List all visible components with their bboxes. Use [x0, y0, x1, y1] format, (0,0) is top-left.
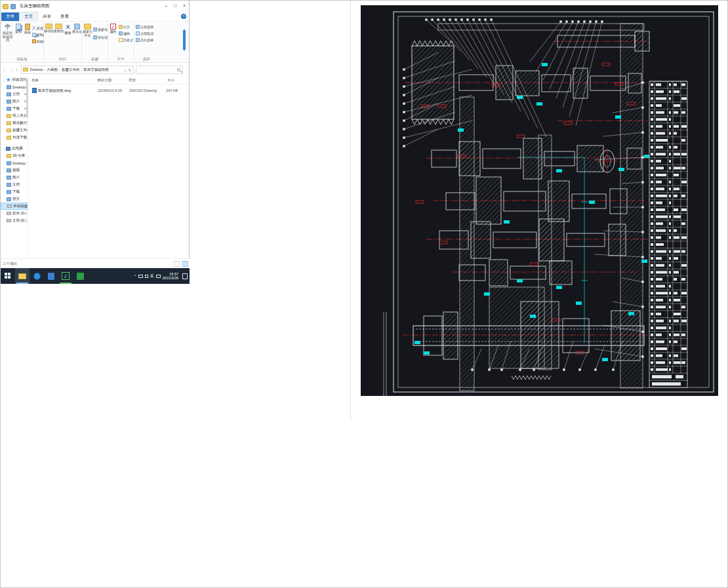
back-icon[interactable]: ← [3, 68, 7, 72]
page-divider-line [350, 1, 351, 420]
breadcrumb-item[interactable]: 车床主轴箱简图 [83, 68, 110, 71]
volume-icon[interactable] [145, 275, 148, 278]
new-folder-button[interactable]: 新建文件夹 [82, 24, 93, 41]
display-icon[interactable] [138, 275, 143, 278]
copy-icon [16, 24, 21, 29]
edit-button[interactable]: 编辑 [119, 30, 133, 36]
paste-shortcut-button[interactable]: 粘贴快捷方式 [32, 38, 44, 44]
taskbar-browser[interactable] [30, 268, 44, 284]
sidebar-item-Desktop[interactable]: Desktop [1, 83, 28, 90]
sidebar-item-视频[interactable]: 视频 [1, 167, 28, 174]
breadcrumb-item[interactable]: Desktop [30, 68, 44, 71]
breadcrumb-folder-icon [23, 68, 28, 71]
file-list-pane: 名称 修改日期 类型 大小 车床主轴箱简图.dwg 2016/6/20 9:39… [29, 76, 189, 258]
select-all-button[interactable]: 全部选择 [136, 24, 157, 29]
items-count: 1 个项目 [3, 262, 17, 266]
expand-caret-icon[interactable]: ⌄ [3, 147, 5, 151]
folder-icon [7, 85, 11, 89]
tab-file[interactable]: 文件 [1, 12, 19, 21]
delete-button[interactable]: X 删除 [64, 24, 72, 43]
sidebar-item-Desktop[interactable]: Desktop [1, 159, 28, 167]
sidebar-item-文档[interactable]: 文档 [1, 90, 28, 98]
explorer-body: ⌄快速访问 Desktop 文档 图片 下载 线上传文件 模具解压资料 新建文件… [1, 76, 189, 258]
sidebar-quick-access[interactable]: ⌄快速访问 [1, 76, 28, 83]
taskbar-writer[interactable] [44, 268, 58, 284]
sidebar-item-图片[interactable]: 图片 [1, 98, 28, 105]
sidebar-item-软件 (D:)[interactable]: 软件 (D:) [1, 210, 28, 217]
start-button[interactable] [1, 268, 15, 284]
details-view-icon[interactable] [182, 261, 188, 267]
copy-to-button[interactable]: 复制到 [54, 24, 64, 41]
forward-icon[interactable]: → [9, 68, 14, 72]
search-input[interactable] [136, 66, 183, 74]
sidebar-item-新建文件夹[interactable]: 新建文件夹 [1, 127, 28, 134]
close-button[interactable]: × [180, 1, 189, 11]
tab-view[interactable]: 查看 [56, 12, 73, 21]
file-row[interactable]: 车床主轴箱简图.dwg 2016/6/20 9:39 ZWCAD Drawing… [29, 87, 189, 94]
tab-home[interactable]: 主页 [19, 12, 38, 21]
copy-button[interactable]: 复制 [14, 24, 23, 41]
tray-chevron-icon[interactable]: ^ [134, 274, 136, 278]
notification-center-icon[interactable] [182, 273, 188, 279]
pin-to-quick-access-button[interactable]: 固定到快速访问 [1, 24, 14, 43]
expand-caret-icon[interactable]: ⌄ [3, 78, 5, 82]
breadcrumb-dropdown-refresh-icons[interactable]: ⌄ ↻ [124, 68, 133, 72]
sidebar-item-模具解压资料[interactable]: 模具解压资料 [1, 119, 28, 127]
sidebar-scrollbar[interactable] [26, 79, 28, 118]
sidebar-item-下载[interactable]: 下载 [1, 105, 28, 112]
move-to-button[interactable]: 移动到 [44, 24, 54, 41]
column-size[interactable]: 大小 [155, 78, 174, 83]
cut-button[interactable]: 剪切 [32, 25, 44, 31]
column-type[interactable]: 类型 [126, 78, 155, 83]
zwcad-drawing-canvas[interactable] [361, 5, 718, 396]
sidebar-item-下载[interactable]: 下载 [1, 188, 28, 195]
sidebar-item-文档 (E:)[interactable]: 文档 (E:) [1, 217, 28, 224]
paste-button[interactable]: 粘贴 [23, 24, 32, 42]
sidebar-item-图片[interactable]: 图片 [1, 174, 28, 181]
rename-button[interactable]: 重命名 [72, 24, 82, 41]
sidebar-item-3D 对象[interactable]: 3D 对象 [1, 152, 28, 159]
drive-icon [7, 212, 11, 215]
breadcrumb-item[interactable]: 新建文件夹 [61, 68, 81, 71]
paste-icon [25, 24, 30, 30]
column-date-modified[interactable]: 修改日期 [94, 78, 126, 83]
sidebar-item-label: 文档 [12, 92, 20, 96]
sidebar-item-label: 百度下载 [12, 135, 27, 140]
easy-access-button[interactable]: 轻松访问 [93, 34, 108, 40]
ribbon-scroll-indicator[interactable] [183, 29, 186, 50]
quick-access-toolbar-icon[interactable] [10, 4, 16, 9]
help-icon[interactable]: ? [181, 14, 186, 19]
properties-button[interactable]: ✓ 属性 [108, 24, 118, 41]
taskbar-zwcad[interactable]: Z [58, 268, 73, 284]
touch-keyboard-icon[interactable] [156, 275, 161, 278]
taskbar-notes[interactable] [73, 268, 87, 284]
taskbar-clock[interactable]: 15:57 2021/3/26 [163, 272, 178, 280]
sidebar-item-文档[interactable]: 文档 [1, 181, 28, 188]
sidebar-item-线上传文件[interactable]: 线上传文件 [1, 112, 28, 119]
file-date: 2016/6/20 9:39 [98, 88, 129, 92]
up-icon[interactable]: ↑ [16, 68, 18, 72]
invert-selection-button[interactable]: 反向选择 [136, 37, 157, 43]
cut-icon [32, 26, 36, 30]
sidebar-item-百度下载[interactable]: 百度下载 [1, 134, 28, 141]
sidebar-item-label: 下载 [12, 189, 20, 194]
tab-share[interactable]: 共享 [38, 12, 56, 21]
open-button[interactable]: 打开 [119, 24, 133, 29]
language-indicator[interactable]: 英 [150, 273, 154, 279]
minimize-button[interactable]: – [161, 1, 171, 11]
column-name[interactable]: 名称 [29, 78, 94, 83]
sidebar-this-pc[interactable]: ⌄此电脑 [1, 145, 28, 152]
group-label-organize: 组织 [44, 57, 81, 62]
sidebar-item-本地磁盘 (C:)[interactable]: 本地磁盘 (C:) [1, 203, 28, 210]
history-button[interactable]: 历史记录 [119, 37, 133, 43]
taskbar-file-explorer[interactable] [15, 268, 30, 284]
breadcrumb[interactable]: Desktop›凡截图›新建文件夹›车床主轴箱简图 ⌄ ↻ [21, 66, 134, 74]
breadcrumb-item[interactable]: 凡截图 [47, 68, 59, 71]
folder-icon [7, 107, 11, 111]
maximize-button[interactable]: □ [171, 1, 180, 11]
sidebar-item-音乐[interactable]: 音乐 [1, 195, 28, 203]
copy-path-button[interactable]: 复制路径 [32, 31, 44, 37]
list-view-icon[interactable] [174, 261, 180, 267]
new-item-button[interactable]: 新建项目 [93, 26, 108, 32]
select-none-button[interactable]: 全部取消 [136, 30, 157, 36]
